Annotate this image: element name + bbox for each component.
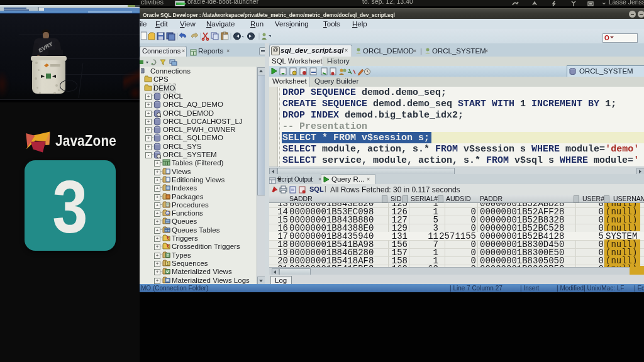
svg-text:1: 1 — [167, 261, 169, 265]
svg-text:x: x — [167, 212, 169, 216]
svg-text:T: T — [167, 253, 169, 257]
